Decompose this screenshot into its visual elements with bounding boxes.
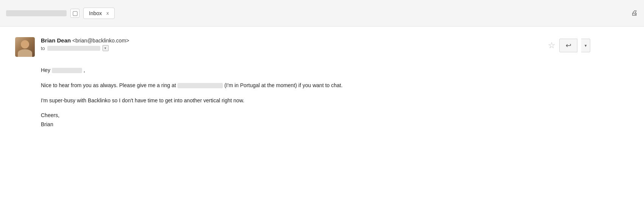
to-line: to ▾ <box>41 45 129 51</box>
avatar <box>15 37 35 57</box>
blurred-tab-title <box>6 10 67 16</box>
closing-line1: Cheers, <box>41 112 59 118</box>
more-actions-button[interactable]: ▾ <box>581 39 590 52</box>
line2-text: I'm super-busy with Backlinko so I don't… <box>41 97 244 103</box>
avatar-image <box>15 37 35 57</box>
email-body: Hey , Nice to hear from you as always. P… <box>41 66 590 129</box>
body-paragraph-1: Nice to hear from you as always. Please … <box>41 81 590 90</box>
to-label: to <box>41 45 45 51</box>
sender-email: <brian@backlinko.com> <box>72 38 129 44</box>
blurred-phone-number <box>177 83 223 88</box>
body-paragraph-2: I'm super-busy with Backlinko so I don't… <box>41 96 590 105</box>
greeting-paragraph: Hey , <box>41 66 590 75</box>
new-tab-icon: ▢ <box>72 9 78 17</box>
closing-paragraph: Cheers, Brian <box>41 111 590 129</box>
print-button[interactable]: 🖨 <box>631 9 638 17</box>
tab-bar: ▢ Inbox x 🖨 <box>0 0 644 27</box>
blurred-recipient-name <box>52 68 82 73</box>
star-button[interactable]: ☆ <box>548 41 555 50</box>
sender-name: Brian Dean <box>41 37 71 44</box>
email-header: Brian Dean <brian@backlinko.com> to ▾ ☆ … <box>15 37 590 57</box>
inbox-tab-label: Inbox <box>89 10 102 16</box>
email-header-actions: ☆ ↩ ▾ <box>548 39 590 52</box>
tab-bar-right: 🖨 <box>631 9 638 17</box>
blurred-recipient <box>47 46 100 51</box>
tab-bar-left: ▢ Inbox x <box>6 8 631 19</box>
line1-prefix: Nice to hear from you as always. Please … <box>41 82 176 88</box>
line1-suffix: (I'm in Portugal at the moment) if you w… <box>224 82 342 88</box>
reply-icon: ↩ <box>566 41 571 50</box>
tab-close-button[interactable]: x <box>106 10 109 16</box>
greeting-prefix: Hey <box>41 67 50 73</box>
recipient-dropdown-button[interactable]: ▾ <box>103 45 109 51</box>
email-container: Brian Dean <brian@backlinko.com> to ▾ ☆ … <box>0 27 605 146</box>
greeting-suffix: , <box>84 67 85 73</box>
closing-line2: Brian <box>41 121 53 127</box>
chevron-down-icon: ▾ <box>585 43 587 48</box>
inbox-tab[interactable]: Inbox x <box>83 8 115 19</box>
sender-info: Brian Dean <brian@backlinko.com> to ▾ <box>41 37 129 51</box>
new-tab-button[interactable]: ▢ <box>70 9 79 18</box>
reply-button[interactable]: ↩ <box>559 39 577 52</box>
email-header-left: Brian Dean <brian@backlinko.com> to ▾ <box>15 37 129 57</box>
sender-name-line: Brian Dean <brian@backlinko.com> <box>41 37 129 44</box>
